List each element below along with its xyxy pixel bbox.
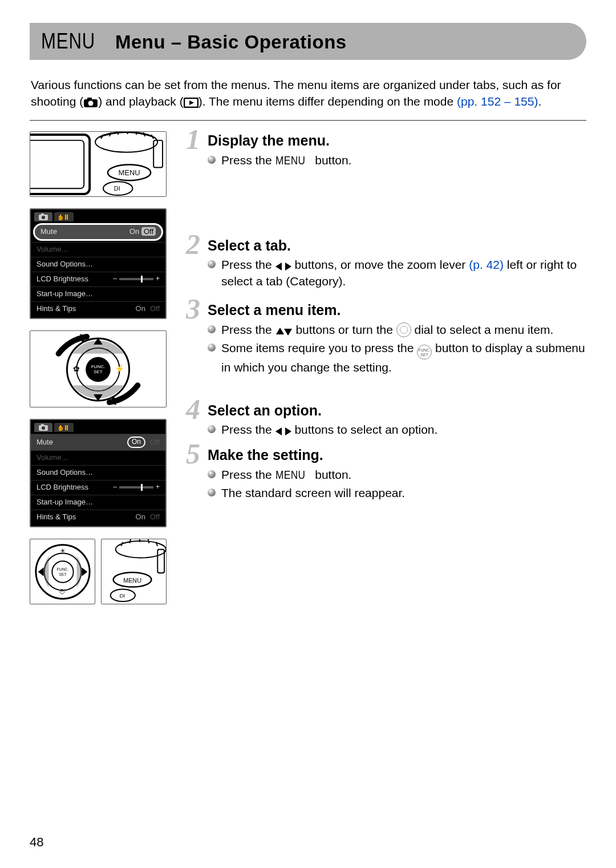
illus-lcd-menu-option: Mute On Off Volume… Sound Options… LCD B…	[30, 419, 167, 527]
illus-dpad-leftright: FUNC. SET ☀ ⏱	[30, 539, 95, 604]
illustration-column: MENU DI Mute On Off	[30, 131, 172, 604]
lcd-row-mute-highlighted: Mute On Off	[33, 223, 163, 241]
lcd-row-label: LCD Brightness	[37, 483, 88, 492]
func-bottom-label: SET	[420, 353, 428, 357]
step-bullet: Press the MENU button.	[208, 467, 586, 483]
bullet-text-pre: Some items require you to press the	[221, 341, 417, 354]
svg-line-51	[148, 539, 149, 543]
page-ref-link[interactable]: (p. 42)	[469, 258, 504, 271]
step-number-3: 3	[186, 294, 200, 323]
bullet-icon	[208, 488, 216, 496]
lcd-row-label: Start-up Image…	[37, 498, 93, 507]
svg-text:DI: DI	[119, 593, 125, 599]
lcd-row-label: Hints & Tips	[37, 512, 76, 522]
svg-text:⏱: ⏱	[59, 589, 66, 596]
svg-line-49	[129, 539, 131, 543]
step-heading: Select an option.	[208, 401, 586, 420]
page-ref-link[interactable]: (pp. 152 – 155)	[457, 95, 538, 108]
left-right-arrows-icon	[275, 427, 291, 436]
lcd-row-label: LCD Brightness	[37, 274, 88, 284]
bullet-icon	[208, 325, 216, 333]
bullet-text-pre: Press the	[221, 423, 275, 436]
page-ref-close: 155)	[514, 95, 538, 108]
func-set-icon: FUNC.SET	[417, 345, 432, 360]
step-bullet: Press the buttons or turn the dial to se…	[208, 322, 586, 338]
bullet-text-post: dial to select a menu item.	[411, 323, 554, 336]
svg-rect-22	[41, 213, 44, 215]
title-main-text: Menu – Basic Operations	[115, 30, 347, 55]
control-dial-icon	[396, 322, 411, 337]
svg-text:MENU: MENU	[123, 577, 141, 584]
page-ref-open: (pp. 152	[457, 95, 501, 108]
intro-paragraph: Various functions can be set from the me…	[31, 77, 585, 110]
svg-point-2	[88, 100, 94, 106]
lcd-row-label: Mute	[37, 438, 53, 447]
instruction-column: 1 Display the menu. Press the MENU butto…	[189, 131, 586, 604]
lcd-row-label: Mute	[40, 227, 57, 237]
illus-camera-menu-button-small: MENU DI	[101, 539, 167, 604]
step-heading: Select a menu item.	[208, 301, 586, 320]
page-title-bar: MENU Menu – Basic Operations	[30, 23, 586, 60]
svg-marker-59	[285, 263, 291, 271]
svg-point-37	[42, 426, 45, 430]
intro-period: .	[538, 95, 541, 108]
bullet-text-post: button.	[311, 154, 351, 167]
svg-text:✿: ✿	[73, 365, 80, 374]
illus-camera-menu-button: MENU DI	[30, 131, 167, 197]
step-number-2: 2	[186, 230, 200, 259]
step-5: 5 Make the setting. Press the MENU butto…	[189, 446, 586, 501]
step-number-1: 1	[186, 125, 200, 154]
svg-text:MENU: MENU	[119, 168, 140, 177]
bullet-text-post: button.	[311, 468, 351, 481]
lcd-value-off-dim: Off	[150, 304, 160, 314]
svg-marker-61	[284, 329, 292, 336]
camera-icon	[83, 98, 98, 108]
bullet-icon	[208, 156, 216, 164]
svg-rect-5	[30, 132, 166, 197]
step-2: 2 Select a tab. Press the buttons, or mo…	[189, 236, 586, 289]
step-heading: Make the setting.	[208, 446, 586, 465]
brightness-slider-icon: –+	[113, 483, 160, 492]
lcd-row-soundopts: Sound Options…	[31, 257, 165, 272]
svg-marker-58	[275, 263, 282, 271]
step-bullet: Press the MENU button.	[208, 152, 586, 168]
bullet-icon	[208, 344, 216, 352]
lcd-tab-row	[31, 212, 165, 223]
svg-text:FUNC.: FUNC.	[57, 567, 69, 571]
bullet-icon	[208, 425, 216, 433]
bullet-text-pre: Press the	[221, 468, 275, 481]
bullet-text-mid: buttons or turn the	[293, 323, 396, 336]
bullet-text-pre: The standard screen will reappear.	[221, 485, 405, 501]
step-1: 1 Display the menu. Press the MENU butto…	[189, 131, 586, 168]
lcd-row-mute-selected: Mute On Off	[31, 434, 165, 450]
up-down-arrows-icon	[275, 327, 293, 336]
step-number-4: 4	[186, 395, 200, 423]
svg-text:SET: SET	[59, 572, 67, 576]
brightness-slider-icon: –+	[113, 274, 160, 284]
intro-text-2: ) and playback (	[98, 95, 183, 108]
svg-rect-1	[87, 98, 92, 100]
svg-rect-36	[41, 424, 44, 426]
lcd-row-brightness: LCD Brightness –+	[31, 480, 165, 495]
svg-text:SET: SET	[94, 370, 103, 375]
lcd-row-label: Volume…	[37, 245, 68, 255]
step-heading: Select a tab.	[208, 236, 586, 255]
step-bullet: Some items require you to press the FUNC…	[208, 340, 586, 376]
illus-lcd-menu-tab: Mute On Off Volume… Sound Options… LCD B…	[30, 208, 167, 319]
lcd-row-label: Volume…	[37, 453, 68, 463]
step-bullet: Press the buttons, or move the zoom leve…	[208, 257, 586, 289]
svg-marker-60	[276, 328, 284, 334]
lcd-tab-tools	[54, 212, 74, 221]
section-divider	[30, 120, 586, 121]
bullet-icon	[208, 260, 216, 268]
svg-text:DI: DI	[114, 185, 120, 192]
svg-marker-62	[275, 427, 282, 435]
lcd-row-volume: Volume…	[31, 242, 165, 257]
illus-pair-dpad-menu: FUNC. SET ☀ ⏱	[30, 539, 172, 604]
lcd-row-hints: Hints & Tips OnOff	[31, 301, 165, 316]
step-bullet: Press the buttons to select an option.	[208, 422, 586, 438]
bullet-text-pre: Press the	[221, 323, 275, 336]
lcd-row-brightness: LCD Brightness –+	[31, 272, 165, 286]
lcd-tab-row	[31, 423, 165, 434]
lcd-row-label: Sound Options…	[37, 468, 93, 478]
